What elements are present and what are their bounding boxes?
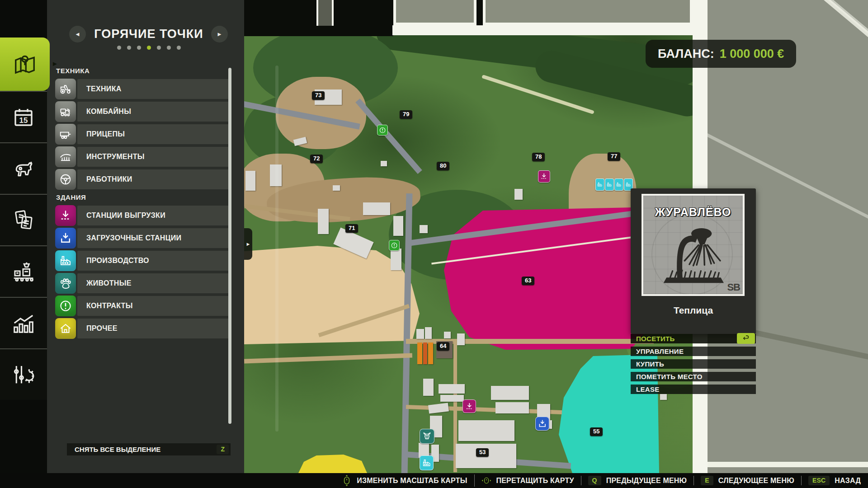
map-marker-icon[interactable] — [377, 125, 388, 136]
filter-tile[interactable] — [55, 169, 76, 190]
field-number-badge[interactable]: 73 — [312, 91, 325, 100]
context-menu-item[interactable]: КУПИТЬ — [631, 359, 756, 369]
input-hint: ESC НАЗАД — [801, 476, 861, 485]
sidebar-tab[interactable] — [0, 348, 47, 400]
hotspot-filter-row[interactable]: ПРИЦЕПЫ — [55, 124, 231, 144]
map-marker-icon[interactable] — [605, 178, 614, 191]
visit-action-button[interactable] — [737, 333, 755, 344]
filter-label[interactable]: ПРИЦЕПЫ — [77, 124, 231, 144]
context-menu-label: LEASE — [636, 385, 660, 393]
filter-tile[interactable] — [55, 79, 76, 99]
field-number: 63 — [525, 277, 531, 284]
page-dot[interactable] — [177, 46, 181, 50]
filter-tile[interactable] — [55, 205, 76, 226]
field-number-badge[interactable]: 64 — [437, 342, 449, 351]
hotspot-filter-row[interactable]: ПРОИЗВОДСТВО — [55, 250, 231, 270]
filter-label[interactable]: ТЕХНИКА — [77, 79, 231, 99]
sidebar-tab[interactable] — [0, 194, 47, 245]
filter-icon — [59, 150, 72, 164]
map-marker-icon[interactable] — [614, 178, 623, 191]
filter-label[interactable]: ПРОЧЕЕ — [77, 319, 231, 338]
map-marker-icon[interactable] — [535, 417, 549, 431]
hotspot-filter-row[interactable]: КОНТРАКТЫ — [55, 296, 231, 315]
filter-tile[interactable] — [55, 101, 76, 122]
context-menu-item[interactable]: ПОСЕТИТЬ — [631, 334, 756, 343]
hotspot-filter-row[interactable]: РАБОТНИКИ — [55, 169, 231, 189]
page-dot[interactable] — [137, 46, 141, 50]
map-marker-icon[interactable] — [389, 240, 400, 251]
filter-tile[interactable] — [55, 124, 76, 145]
field-number-badge[interactable]: 71 — [345, 224, 358, 233]
map-marker-icon[interactable] — [595, 178, 604, 191]
context-menu-label: ПОМЕТИТЬ МЕСТО — [636, 373, 703, 380]
page-next-button[interactable]: ► — [211, 26, 228, 42]
field-number-badge[interactable]: 53 — [476, 448, 489, 457]
field-number-badge[interactable]: 78 — [532, 153, 545, 161]
marker-glyph-icon — [605, 179, 613, 190]
filter-tile[interactable] — [55, 146, 76, 167]
hotspot-filter-row[interactable]: ТЕХНИКА — [55, 79, 231, 99]
chevron-right-icon: ► — [246, 241, 251, 247]
input-hint-label: НАЗАД — [835, 477, 861, 485]
hotspot-filter-row[interactable]: ЗАГРУЗОЧНЫЕ СТАНЦИИ — [55, 228, 231, 248]
field-number-badge[interactable]: 63 — [522, 277, 534, 285]
filter-tile[interactable] — [55, 273, 76, 294]
panel-scrollbar[interactable] — [275, 66, 278, 432]
filter-label[interactable]: ИНСТРУМЕНТЫ — [77, 147, 231, 167]
filter-label[interactable]: СТАНЦИИ ВЫГРУЗКИ — [77, 206, 231, 225]
page-dot[interactable] — [127, 46, 131, 50]
filter-label[interactable]: КОМБАЙНЫ — [77, 102, 231, 122]
hotspot-filter-row[interactable]: СТАНЦИИ ВЫГРУЗКИ — [55, 205, 231, 225]
filter-label[interactable]: ЗАГРУЗОЧНЫЕ СТАНЦИИ — [77, 228, 231, 248]
field-number: 64 — [440, 343, 446, 349]
map-marker-icon[interactable] — [420, 455, 434, 470]
filter-tile[interactable] — [55, 228, 76, 249]
hotspot-filter-row[interactable]: ЖИВОТНЫЕ — [55, 273, 231, 293]
field-number-badge[interactable]: 77 — [608, 152, 620, 161]
filter-tile[interactable] — [55, 296, 76, 316]
hotspot-filter-row[interactable]: ИНСТРУМЕНТЫ — [55, 146, 231, 166]
sidebar-tab[interactable] — [0, 297, 47, 348]
hotspot-filter-row[interactable]: КОМБАЙНЫ — [55, 101, 231, 121]
sidebar-tab[interactable] — [0, 142, 47, 194]
clear-selection-button[interactable]: СНЯТЬ ВСЕ ВЫДЕЛЕНИЕ Z — [67, 443, 231, 455]
panel-expand-tab[interactable]: ► — [244, 228, 252, 260]
field-number-badge[interactable]: 72 — [310, 155, 323, 163]
context-menu-item[interactable]: УПРАВЛЕНИЕ — [631, 347, 756, 356]
page-dot[interactable] — [117, 46, 121, 50]
filter-label[interactable]: ПРОИЗВОДСТВО — [77, 251, 231, 271]
field-number-badge[interactable]: 55 — [590, 427, 603, 436]
sidebar-tab[interactable] — [0, 245, 47, 297]
map-building — [491, 386, 529, 400]
page-dot[interactable] — [157, 46, 161, 50]
balance-label: БАЛАНС: — [658, 47, 714, 61]
outside-strip — [708, 462, 868, 467]
map-marker-icon[interactable] — [538, 170, 550, 183]
filter-label[interactable]: КОНТРАКТЫ — [77, 296, 231, 316]
field-number-badge[interactable]: 80 — [437, 162, 449, 170]
map-building — [333, 185, 340, 191]
input-hint-bar: ИЗМЕНИТЬ МАСШТАБ КАРТЫ ПЕРЕТАЩИТЬ КАРТУ … — [0, 473, 868, 488]
filter-tile[interactable] — [55, 318, 76, 339]
context-menu-item[interactable]: LEASE — [631, 385, 756, 394]
map-building — [457, 333, 465, 345]
active-tab-arrow-icon: ► — [52, 60, 58, 67]
input-hint-label: ПЕРЕТАЩИТЬ КАРТУ — [496, 477, 574, 485]
page-dot[interactable] — [167, 46, 171, 50]
context-menu-label: УПРАВЛЕНИЕ — [636, 347, 684, 355]
sidebar-tab[interactable] — [0, 38, 50, 91]
context-menu-item[interactable]: ПОМЕТИТЬ МЕСТО — [631, 372, 756, 381]
filter-label[interactable]: РАБОТНИКИ — [77, 169, 231, 189]
input-hint: ПЕРЕТАЩИТЬ КАРТУ — [474, 474, 574, 487]
clear-selection-label: СНЯТЬ ВСЕ ВЫДЕЛЕНИЕ — [75, 446, 160, 453]
filter-tile[interactable] — [55, 250, 76, 271]
field-number-badge[interactable]: 79 — [400, 110, 412, 119]
hotspot-filter-row[interactable]: ПРОЧЕЕ — [55, 318, 231, 338]
filter-label[interactable]: ЖИВОТНЫЕ — [77, 273, 231, 293]
map-marker-icon[interactable] — [462, 399, 476, 413]
filter-icon — [59, 105, 72, 118]
map-marker-icon[interactable] — [420, 429, 434, 444]
sidebar-tab[interactable]: 15 — [0, 91, 47, 142]
page-dot[interactable] — [147, 46, 151, 50]
panel-scrollbar-thumb[interactable] — [228, 68, 231, 424]
